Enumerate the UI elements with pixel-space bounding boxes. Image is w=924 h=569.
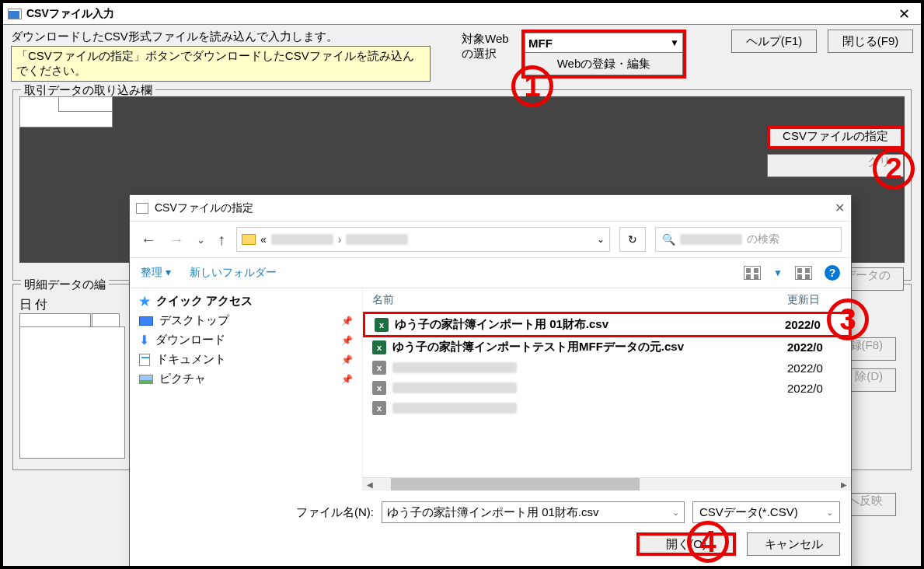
file-name [392,362,517,373]
window-title: CSVファイル入力 [26,7,114,21]
download-icon: ⬇ [139,333,149,347]
file-open-dialog: CSVファイルの指定 ✕ ← → ⌄ ↑ « › ⌄ ↻ 🔍 の検索 [129,194,852,567]
folder-tree[interactable]: ★ クイック アクセス デスクトップ 📌 ⬇ ダウンロード 📌 ドキュメント 📌 [130,288,363,490]
search-suffix: の検索 [747,232,779,246]
path-breadcrumb[interactable]: « › ⌄ [236,227,610,252]
search-input[interactable]: 🔍 の検索 [655,227,842,252]
search-icon: 🔍 [662,233,675,246]
instruction-box: 「CSVファイルの指定」ボタンでダウンロードしたCSVファイルを読み込んでくださ… [11,46,431,82]
file-row[interactable]: xゆう子の家計簿インポートテスト用MFFデータの元.csv2022/0 [363,337,851,358]
pin-icon: 📌 [341,316,353,326]
window-close-icon[interactable]: ✕ [892,5,916,23]
close-button[interactable]: 閉じる(F9) [828,30,913,53]
file-date: 2022/0 [787,382,842,395]
page-subtitle: ダウンロードしたCSV形式ファイルを読み込んで入力します。 [11,30,431,44]
path-dropdown-icon[interactable]: ⌄ [597,234,605,245]
desktop-icon [139,316,153,326]
filename-value: ゆう子の家計簿インポート用 01財布.csv [387,505,599,520]
cancel-button[interactable]: キャンセル [747,532,840,556]
nav-back-icon[interactable]: ← [139,231,158,249]
preview-pane-icon[interactable] [795,266,812,280]
callout-2: 2 [873,148,915,190]
app-icon [8,9,22,19]
pictures-icon [139,375,153,384]
callout-3: 3 [827,298,869,340]
tree-desktop[interactable]: デスクトップ 📌 [130,311,362,330]
file-name: ゆう子の家計簿インポート用 01財布.csv [395,317,608,332]
csv-spec-button[interactable]: CSVファイルの指定 [767,126,904,149]
dialog-close-icon[interactable]: ✕ [835,201,845,215]
excel-icon: x [372,381,386,395]
pin-icon: 📌 [341,354,353,365]
file-row[interactable]: x [363,398,851,418]
col-header-name[interactable]: 名前 [372,293,787,307]
filetype-dropdown[interactable]: CSVデータ(*.CSV) ⌄ [692,501,840,523]
excel-icon: x [372,401,386,415]
help-icon[interactable]: ? [825,265,840,281]
view-mode-icon[interactable] [744,266,761,280]
main-titlebar: CSVファイル入力 ✕ [3,3,921,25]
document-icon [139,354,150,366]
file-row[interactable]: x2022/0 [363,358,851,378]
filename-label: ファイル名(N): [296,505,374,520]
scroll-left-icon[interactable]: ◀ [363,478,377,490]
detail-legend: 明細データの編 [21,278,109,292]
path-prefix: « [260,233,267,246]
web-select-dropdown[interactable]: MFF ▼ [525,33,683,53]
chevron-down-icon[interactable]: ⌄ [826,508,833,518]
tree-quick-access[interactable]: ★ クイック アクセス [130,291,362,311]
date-listbox[interactable] [19,326,125,459]
help-button[interactable]: ヘルプ(F1) [731,30,817,53]
file-list[interactable]: 名前 更新日 xゆう子の家計簿インポート用 01財布.csv2022/0xゆう子… [363,288,851,490]
web-edit-button[interactable]: Webの登録・編集 [525,52,683,75]
horizontal-scrollbar[interactable]: ◀ ▶ [363,477,851,490]
callout-4: 4 [687,521,729,563]
tree-documents[interactable]: ドキュメント 📌 [130,350,362,369]
tree-downloads[interactable]: ⬇ ダウンロード 📌 [130,330,362,350]
scroll-thumb[interactable] [391,478,640,490]
view-dropdown-icon[interactable]: ▼ [773,267,783,278]
filetype-value: CSVデータ(*.CSV) [699,505,798,520]
file-row[interactable]: x2022/0 [363,378,851,398]
path-segment-2 [346,234,408,245]
star-icon: ★ [139,294,150,309]
path-segment-1 [271,234,333,245]
dialog-title: CSVファイルの指定 [155,201,253,215]
search-placeholder-blur [680,234,742,245]
pin-icon: 📌 [341,374,353,385]
scroll-right-icon[interactable]: ▶ [837,478,851,490]
chevron-right-icon: › [338,233,342,246]
file-name [392,382,517,393]
file-name: ゆう子の家計簿インポートテスト用MFFデータの元.csv [392,340,684,354]
excel-icon: x [372,340,386,354]
excel-icon: x [372,361,386,375]
dialog-icon [136,203,148,214]
file-date: 2022/0 [787,340,842,354]
file-row[interactable]: xゆう子の家計簿インポート用 01財布.csv2022/0 [363,312,851,337]
organize-menu[interactable]: 整理 ▾ [141,266,171,280]
pin-icon: 📌 [341,335,353,346]
nav-recent-icon[interactable]: ⌄ [195,234,207,246]
date-cell-1[interactable] [19,313,91,327]
excel-icon: x [375,318,389,332]
nav-forward-icon[interactable]: → [167,231,186,249]
callout-1: 1 [511,65,553,107]
refresh-button[interactable]: ↻ [619,227,646,252]
web-select-value: MFF [528,37,553,50]
filename-input[interactable]: ゆう子の家計簿インポート用 01財布.csv ⌄ [382,501,685,523]
web-select-label: 対象Webの選択 [462,30,517,61]
folder-icon [242,234,256,245]
file-list-header[interactable]: 名前 更新日 [363,288,851,312]
date-cell-2[interactable] [92,313,120,327]
file-name [392,403,517,414]
new-folder-button[interactable]: 新しいフォルダー [190,266,277,280]
chevron-down-icon: ▼ [670,37,679,48]
nav-up-icon[interactable]: ↑ [216,231,227,249]
tree-pictures[interactable]: ピクチャ 📌 [130,369,362,389]
file-date: 2022/0 [787,361,842,375]
chevron-down-icon[interactable]: ⌄ [672,508,679,518]
